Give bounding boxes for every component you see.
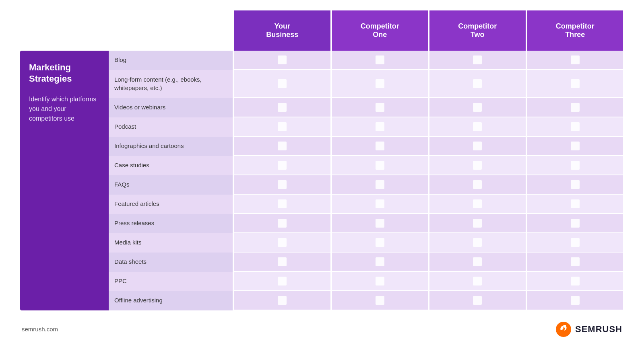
table-cell[interactable] [527, 70, 623, 98]
table-cell[interactable] [527, 233, 623, 253]
table-cell[interactable] [332, 156, 428, 175]
table-cell[interactable] [332, 51, 428, 70]
checkbox-square[interactable] [376, 103, 384, 112]
table-cell[interactable] [234, 156, 330, 175]
table-cell[interactable] [429, 98, 526, 117]
table-cell[interactable] [234, 175, 330, 195]
checkbox-square[interactable] [473, 296, 482, 305]
table-cell[interactable] [332, 214, 428, 233]
checkbox-square[interactable] [571, 199, 580, 208]
checkbox-square[interactable] [571, 277, 580, 285]
table-cell[interactable] [332, 272, 428, 291]
table-cell[interactable] [234, 98, 330, 117]
table-cell[interactable] [234, 117, 330, 137]
table-cell[interactable] [429, 233, 526, 253]
checkbox-square[interactable] [376, 180, 384, 189]
table-cell[interactable] [527, 137, 623, 156]
checkbox-square[interactable] [278, 103, 287, 112]
checkbox-square[interactable] [571, 103, 580, 112]
table-cell[interactable] [527, 98, 623, 117]
table-cell[interactable] [332, 253, 428, 272]
checkbox-square[interactable] [473, 257, 482, 266]
checkbox-square[interactable] [473, 55, 482, 64]
checkbox-square[interactable] [571, 257, 580, 266]
table-cell[interactable] [527, 175, 623, 195]
checkbox-square[interactable] [571, 55, 580, 64]
table-cell[interactable] [234, 291, 330, 310]
checkbox-square[interactable] [278, 180, 287, 189]
table-cell[interactable] [527, 272, 623, 291]
checkbox-square[interactable] [571, 238, 580, 247]
table-cell[interactable] [234, 214, 330, 233]
table-cell[interactable] [429, 117, 526, 137]
table-cell[interactable] [234, 253, 330, 272]
checkbox-square[interactable] [473, 161, 482, 170]
table-cell[interactable] [332, 233, 428, 253]
checkbox-square[interactable] [376, 122, 384, 131]
checkbox-square[interactable] [278, 161, 287, 170]
checkbox-square[interactable] [376, 219, 384, 228]
table-cell[interactable] [234, 137, 330, 156]
table-cell[interactable] [429, 156, 526, 175]
table-cell[interactable] [234, 233, 330, 253]
table-cell[interactable] [527, 214, 623, 233]
table-cell[interactable] [527, 117, 623, 137]
table-cell[interactable] [332, 117, 428, 137]
table-cell[interactable] [332, 137, 428, 156]
checkbox-square[interactable] [278, 238, 287, 247]
checkbox-square[interactable] [376, 199, 384, 208]
checkbox-square[interactable] [376, 257, 384, 266]
checkbox-square[interactable] [376, 161, 384, 170]
checkbox-square[interactable] [376, 277, 384, 285]
checkbox-square[interactable] [473, 219, 482, 228]
checkbox-square[interactable] [473, 122, 482, 131]
table-cell[interactable] [429, 272, 526, 291]
table-cell[interactable] [429, 214, 526, 233]
checkbox-square[interactable] [571, 296, 580, 305]
checkbox-square[interactable] [278, 257, 287, 266]
checkbox-square[interactable] [473, 79, 482, 88]
table-cell[interactable] [234, 272, 330, 291]
table-cell[interactable] [332, 291, 428, 310]
table-cell[interactable] [429, 291, 526, 310]
checkbox-square[interactable] [278, 219, 287, 228]
checkbox-square[interactable] [376, 238, 384, 247]
checkbox-square[interactable] [376, 296, 384, 305]
checkbox-square[interactable] [278, 296, 287, 305]
table-cell[interactable] [332, 195, 428, 214]
table-cell[interactable] [527, 253, 623, 272]
checkbox-square[interactable] [278, 55, 287, 64]
table-cell[interactable] [234, 195, 330, 214]
table-cell[interactable] [429, 137, 526, 156]
checkbox-square[interactable] [571, 79, 580, 88]
checkbox-square[interactable] [278, 122, 287, 131]
table-cell[interactable] [429, 175, 526, 195]
table-cell[interactable] [429, 51, 526, 70]
table-cell[interactable] [429, 253, 526, 272]
checkbox-square[interactable] [473, 103, 482, 112]
table-cell[interactable] [332, 175, 428, 195]
checkbox-square[interactable] [376, 79, 384, 88]
checkbox-square[interactable] [473, 277, 482, 285]
checkbox-square[interactable] [376, 55, 384, 64]
table-cell[interactable] [527, 51, 623, 70]
checkbox-square[interactable] [571, 180, 580, 189]
checkbox-square[interactable] [473, 199, 482, 208]
table-cell[interactable] [234, 51, 330, 70]
checkbox-square[interactable] [571, 219, 580, 228]
table-cell[interactable] [527, 291, 623, 310]
checkbox-square[interactable] [473, 180, 482, 189]
table-cell[interactable] [332, 70, 428, 98]
checkbox-square[interactable] [278, 199, 287, 208]
table-cell[interactable] [332, 98, 428, 117]
checkbox-square[interactable] [571, 142, 580, 150]
table-cell[interactable] [429, 70, 526, 98]
checkbox-square[interactable] [278, 79, 287, 88]
checkbox-square[interactable] [376, 142, 384, 150]
checkbox-square[interactable] [571, 122, 580, 131]
table-cell[interactable] [527, 195, 623, 214]
checkbox-square[interactable] [473, 142, 482, 150]
table-cell[interactable] [429, 195, 526, 214]
checkbox-square[interactable] [473, 238, 482, 247]
checkbox-square[interactable] [571, 161, 580, 170]
